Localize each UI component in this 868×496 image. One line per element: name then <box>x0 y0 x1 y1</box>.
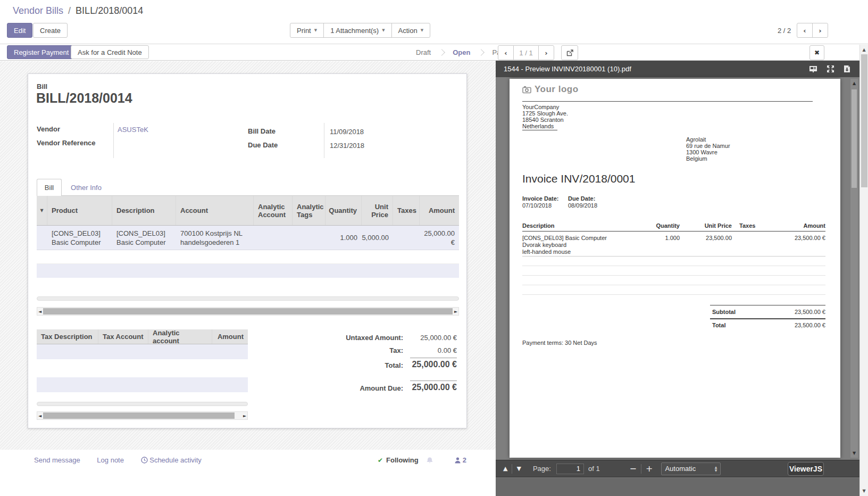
status-step-draft[interactable]: Draft <box>408 48 438 56</box>
pdf-total-value: 23,500.00 € <box>710 322 825 328</box>
zoom-out-icon[interactable]: − <box>630 464 637 474</box>
cell-analytic-tags[interactable] <box>293 226 326 250</box>
cell-account[interactable]: 700100 Kostprijs NL handelsgoederen 1 <box>176 226 254 250</box>
col-header-amount[interactable]: Amount <box>420 196 459 225</box>
close-preview-button[interactable]: ✖ <box>809 45 824 60</box>
statusbar: Register Payment Ask for a Credit Note D… <box>0 44 868 61</box>
cell-description[interactable]: [CONS_DEL03] Basic Computer <box>112 226 176 250</box>
cell-amount[interactable]: 25,000.00 € <box>420 226 459 250</box>
invoice-lines-table: ▼ Product Description Account Analytic A… <box>37 196 459 250</box>
tab-bill[interactable]: Bill <box>37 179 62 196</box>
register-payment-button[interactable]: Register Payment <box>7 45 76 59</box>
page-count-label: of 1 <box>588 465 600 473</box>
window-vertical-scrollbar[interactable]: ▲ ▼ <box>859 45 868 496</box>
inner-scroll-track[interactable] <box>37 402 248 406</box>
scrollbar-thumb[interactable] <box>861 54 867 187</box>
empty-tax-row <box>37 377 248 392</box>
pdf-line-amount: 23,500.00 € <box>522 235 825 241</box>
scroll-left-icon[interactable]: ◄ <box>37 414 43 418</box>
external-link-icon <box>566 49 573 56</box>
pdf-due-date-label: Due Date: <box>568 195 595 202</box>
open-attachment-external-button[interactable] <box>561 45 578 60</box>
tax-horizontal-scrollbar[interactable]: ◄ ► <box>37 411 248 420</box>
tax-value: 0.00 € <box>403 346 457 354</box>
attachment-next-button[interactable]: › <box>538 45 554 60</box>
fullscreen-icon[interactable] <box>827 65 834 73</box>
cell-unit-price[interactable]: 25,000.00 <box>362 226 393 250</box>
breadcrumb-parent-link[interactable]: Vendor Bills <box>13 5 63 16</box>
next-record-button[interactable]: › <box>812 23 828 38</box>
pdf-empty-row-line <box>522 285 825 285</box>
total-label: Total: <box>329 360 403 369</box>
attachments-dropdown[interactable]: 1 Attachment(s)▼ <box>323 23 391 38</box>
cell-product[interactable]: [CONS_DEL03] Basic Computer <box>47 226 112 250</box>
bell-icon[interactable] <box>426 457 433 464</box>
send-message-link[interactable]: Send message <box>34 456 80 464</box>
scrollbar-thumb[interactable] <box>43 412 235 419</box>
col-header-account[interactable]: Account <box>176 196 254 225</box>
invoice-line-row[interactable]: [CONS_DEL03] Basic Computer [CONS_DEL03]… <box>37 226 459 250</box>
action-dropdown[interactable]: Action▼ <box>391 23 431 38</box>
cell-taxes[interactable] <box>393 226 420 250</box>
scroll-right-icon[interactable]: ► <box>242 414 247 418</box>
check-icon: ✔ <box>378 457 383 464</box>
col-header-description[interactable]: Description <box>112 196 176 225</box>
log-note-link[interactable]: Log note <box>97 456 124 464</box>
print-dropdown[interactable]: Print▼ <box>290 23 324 38</box>
vendor-value-link[interactable]: ASUSTeK <box>118 126 148 134</box>
pdf-subtotal-value: 23,500.00 € <box>710 309 825 315</box>
scrollbar-thumb[interactable] <box>43 308 453 315</box>
col-header-amount[interactable]: Amount <box>212 329 248 344</box>
following-toggle[interactable]: Following <box>386 456 419 464</box>
viewer-bottom-strip <box>496 478 860 496</box>
pdf-page-input[interactable] <box>556 464 584 474</box>
pdf-company-city: 18540 Scranton <box>522 117 564 123</box>
scroll-up-icon[interactable]: ▲ <box>860 47 868 52</box>
ask-credit-note-button[interactable]: Ask for a Credit Note <box>71 45 149 59</box>
pdf-page: Your logo YourCompany 1725 Slough Ave. 1… <box>510 79 840 458</box>
scroll-right-icon[interactable]: ► <box>453 309 458 314</box>
zoom-select[interactable]: Automatic ▲▼ <box>661 462 721 475</box>
col-header-tax-description[interactable]: Tax Description <box>37 329 98 344</box>
cell-analytic-account[interactable] <box>254 226 293 250</box>
pdf-subtotal-rule <box>710 305 825 305</box>
scroll-down-icon[interactable]: ▼ <box>850 451 858 456</box>
col-header-taxes[interactable]: Taxes <box>393 196 420 225</box>
col-header-analytic-account[interactable]: Analytic Account <box>254 196 293 225</box>
scroll-up-icon[interactable]: ▲ <box>850 81 858 86</box>
pdf-vertical-scrollbar[interactable]: ▲ ▼ <box>850 79 858 458</box>
edit-button[interactable]: Edit <box>7 23 32 38</box>
attachment-previous-button[interactable]: ‹ <box>498 45 514 60</box>
row-handle <box>37 226 47 250</box>
optional-columns-caret-icon[interactable]: ▼ <box>37 196 47 225</box>
col-header-quantity[interactable]: Quantity <box>326 196 362 225</box>
scroll-down-icon[interactable]: ▼ <box>860 489 868 493</box>
presentation-mode-icon[interactable] <box>809 65 817 73</box>
status-step-open[interactable]: Open <box>445 48 478 56</box>
empty-line-row <box>37 250 459 264</box>
scroll-left-icon[interactable]: ◄ <box>37 309 43 314</box>
clock-icon <box>141 457 148 464</box>
page-label: Page: <box>533 465 551 473</box>
page-down-icon[interactable]: ▼ <box>516 465 521 472</box>
viewerjs-badge[interactable]: ViewerJS <box>788 462 824 476</box>
download-icon[interactable] <box>844 65 850 73</box>
create-button[interactable]: Create <box>33 23 68 38</box>
pdf-line-desc-2: Dvorak keyboard <box>522 242 566 248</box>
cell-quantity[interactable]: 1.000 <box>326 226 362 250</box>
schedule-activity-link[interactable]: Schedule activity <box>141 456 202 464</box>
col-header-tax-account[interactable]: Tax Account <box>98 329 148 344</box>
col-header-product[interactable]: Product <box>47 196 112 225</box>
inner-scroll-track[interactable] <box>37 296 459 301</box>
col-header-analytic-tags[interactable]: Analytic Tags <box>293 196 326 225</box>
followers-button[interactable]: 2 <box>455 456 466 464</box>
lines-horizontal-scrollbar[interactable]: ◄ ► <box>37 307 459 316</box>
tab-other-info[interactable]: Other Info <box>62 179 111 196</box>
col-header-analytic-account[interactable]: Analytic account <box>148 329 212 344</box>
previous-record-button[interactable]: ‹ <box>797 23 813 38</box>
step-chevron-icon <box>478 49 485 56</box>
scrollbar-thumb[interactable] <box>852 89 857 188</box>
page-up-icon[interactable]: ▲ <box>503 465 507 472</box>
col-header-unit-price[interactable]: Unit Price <box>362 196 393 225</box>
zoom-in-icon[interactable]: + <box>646 464 653 474</box>
